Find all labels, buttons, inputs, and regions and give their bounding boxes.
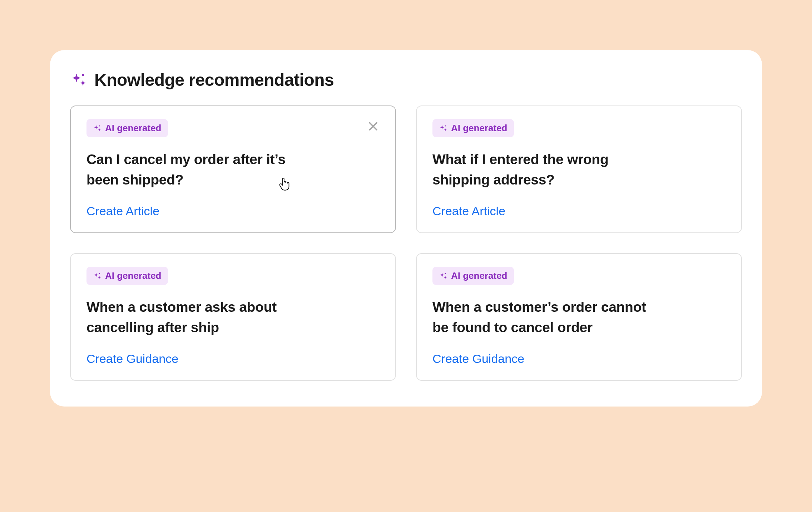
card-title: When a customer’s order cannot be found … bbox=[432, 297, 654, 338]
badge-label: AI generated bbox=[451, 123, 508, 134]
badge-label: AI generated bbox=[105, 270, 162, 281]
ai-generated-badge: AI generated bbox=[86, 267, 168, 285]
ai-generated-badge: AI generated bbox=[432, 267, 514, 285]
card-title: Can I cancel my order after it’s been sh… bbox=[86, 149, 308, 190]
create-guidance-link[interactable]: Create Guidance bbox=[432, 352, 524, 366]
recommendation-card[interactable]: AI generated When a customer’s order can… bbox=[416, 253, 742, 381]
svg-point-5 bbox=[99, 273, 100, 274]
svg-point-0 bbox=[82, 74, 84, 76]
ai-generated-badge: AI generated bbox=[432, 119, 514, 137]
sparkle-icon bbox=[439, 124, 447, 133]
card-title: What if I entered the wrong shipping add… bbox=[432, 149, 654, 190]
create-article-link[interactable]: Create Article bbox=[86, 204, 159, 218]
panel-header: Knowledge recommendations bbox=[70, 70, 742, 90]
badge-label: AI generated bbox=[105, 123, 162, 134]
create-guidance-link[interactable]: Create Guidance bbox=[86, 352, 178, 366]
sparkle-icon bbox=[93, 272, 102, 280]
panel-title: Knowledge recommendations bbox=[94, 70, 334, 90]
recommendation-card[interactable]: AI generated What if I entered the wrong… bbox=[416, 105, 742, 233]
close-icon[interactable] bbox=[365, 118, 381, 134]
cards-grid: AI generated Can I cancel my order after… bbox=[70, 105, 742, 381]
knowledge-recommendations-panel: Knowledge recommendations AI gener bbox=[50, 50, 762, 407]
svg-point-4 bbox=[445, 125, 446, 126]
card-title: When a customer asks about cancelling af… bbox=[86, 297, 308, 338]
recommendation-card[interactable]: AI generated Can I cancel my order after… bbox=[70, 105, 396, 233]
ai-generated-badge: AI generated bbox=[86, 119, 168, 137]
svg-point-6 bbox=[445, 273, 446, 274]
badge-label: AI generated bbox=[451, 270, 508, 281]
sparkle-icon bbox=[70, 72, 87, 89]
create-article-link[interactable]: Create Article bbox=[432, 204, 505, 218]
sparkle-icon bbox=[439, 272, 447, 280]
sparkle-icon bbox=[93, 124, 102, 133]
recommendation-card[interactable]: AI generated When a customer asks about … bbox=[70, 253, 396, 381]
svg-point-3 bbox=[99, 125, 100, 126]
